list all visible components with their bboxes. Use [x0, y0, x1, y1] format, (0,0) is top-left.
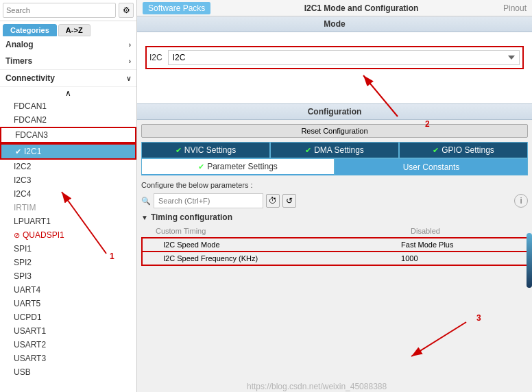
speed-freq-label: I2C Speed Frequency (KHz)	[142, 252, 397, 265]
search-icon: 🔍	[141, 197, 151, 206]
sidebar-item-usart1[interactable]: USART1	[0, 324, 136, 338]
i2c1-label: I2C1	[24, 147, 127, 156]
i2c4-label: I2C4	[14, 189, 128, 199]
usart2-label: USART2	[14, 340, 128, 350]
sidebar-item-spi2[interactable]: SPI2	[0, 256, 136, 269]
scroll-up-button[interactable]: ∧	[0, 86, 136, 99]
sidebar-item-irtim: IRTIM	[0, 201, 136, 215]
sidebar-item-i2c3[interactable]: I2C3	[0, 173, 136, 187]
table-row-speed-mode: I2C Speed Mode Fast Mode Plus	[142, 238, 527, 252]
user-constants-label: User Constants	[403, 162, 460, 172]
usart1-label: USART1	[14, 326, 128, 336]
dma-label: DMA Settings	[314, 145, 364, 155]
uart5-label: UART5	[14, 299, 128, 308]
main-title: I2C1 Mode and Configuration	[219, 3, 503, 13]
gpio-check-icon: ✔	[433, 146, 439, 155]
main-content: Software Packs I2C1 Mode and Configurati…	[137, 0, 532, 392]
tab-dma-settings[interactable]: ✔ DMA Settings	[270, 142, 399, 158]
sidebar-item-usb[interactable]: USB	[0, 365, 136, 379]
chevron-down-icon: ∨	[126, 75, 131, 82]
sidebar-item-i2c4[interactable]: I2C4	[0, 187, 136, 201]
right-scrollbar[interactable]	[527, 233, 532, 288]
timing-section: ▼ Timing configuration Custom Timing Dis…	[141, 212, 528, 266]
uart4-label: UART4	[14, 285, 128, 295]
fdcan3-label: FDCAN3	[15, 130, 127, 140]
tab-gpio-settings[interactable]: ✔ GPIO Settings	[399, 142, 528, 158]
sidebar-list: Analog › Timers › Connectivity ∨ ∧ FDCAN…	[0, 36, 136, 392]
config-search-input[interactable]	[154, 193, 263, 208]
tab-atoz[interactable]: A->Z	[58, 24, 90, 36]
category-connectivity[interactable]: Connectivity ∨	[0, 69, 136, 86]
sidebar-item-fdcan2[interactable]: FDCAN2	[0, 113, 136, 127]
sidebar-item-usart3[interactable]: USART3	[0, 352, 136, 365]
info-button[interactable]: i	[514, 194, 528, 208]
top-bar: Software Packs I2C1 Mode and Configurati…	[137, 0, 532, 16]
category-timers-label: Timers	[5, 56, 32, 66]
sidebar-item-lpuart1[interactable]: LPUART1	[0, 215, 136, 228]
clock-button[interactable]: ⏱	[266, 194, 280, 208]
gear-icon: ⚙	[123, 5, 130, 15]
pinout-button[interactable]: Pinout	[503, 3, 532, 13]
speed-mode-value: Fast Mode Plus	[397, 238, 527, 252]
gear-button[interactable]: ⚙	[119, 3, 134, 18]
config-search-row: 🔍 ⏱ ↺ i	[141, 193, 528, 208]
dma-check-icon: ✔	[305, 146, 311, 155]
sidebar-item-spi3[interactable]: SPI3	[0, 269, 136, 283]
tab-parameter-settings[interactable]: ✔ Parameter Settings	[141, 158, 335, 175]
quadspi1-label: QUADSPI1	[23, 230, 128, 240]
param-check-icon: ✔	[198, 162, 204, 171]
sidebar-item-usart2[interactable]: USART2	[0, 338, 136, 352]
software-packs-button[interactable]: Software Packs	[143, 2, 210, 14]
mode-panel-wrapper: I2C Disable I2C SMBus Alert mode SMBus T…	[137, 32, 532, 103]
usb-label: USB	[14, 367, 128, 377]
sidebar-item-uart4[interactable]: UART4	[0, 283, 136, 297]
tab-nvic-settings[interactable]: ✔ NVIC Settings	[141, 142, 270, 158]
irtim-label: IRTIM	[14, 203, 128, 212]
refresh-button[interactable]: ↺	[282, 194, 296, 208]
sidebar-search-bar: ⚙	[0, 0, 136, 21]
sidebar-item-uart5[interactable]: UART5	[0, 297, 136, 310]
lpuart1-label: LPUART1	[14, 217, 128, 226]
category-timers[interactable]: Timers ›	[0, 53, 136, 69]
timing-title: Timing configuration	[151, 212, 232, 222]
chevron-up-icon: ∧	[65, 88, 71, 98]
reset-configuration-button[interactable]: Reset Configuration	[141, 124, 528, 138]
category-analog-label: Analog	[5, 40, 34, 49]
tabs-row-1: ✔ NVIC Settings ✔ DMA Settings ✔ GPIO Se…	[141, 142, 528, 158]
info-icon: i	[520, 196, 522, 206]
sidebar-item-ucpd1[interactable]: UCPD1	[0, 310, 136, 324]
mode-row: I2C Disable I2C SMBus Alert mode SMBus T…	[145, 46, 524, 69]
nvic-label: NVIC Settings	[184, 145, 236, 155]
error-icon-quadspi1: ⊘	[14, 231, 20, 240]
custom-timing-label: Custom Timing	[142, 225, 397, 238]
sidebar: ⚙ Categories A->Z Analog › Timers › Conn…	[0, 0, 137, 392]
gpio-label: GPIO Settings	[442, 145, 494, 155]
tab-user-constants[interactable]: User Constants	[335, 158, 528, 175]
sidebar-search-input[interactable]	[3, 3, 116, 18]
timing-chevron-icon[interactable]: ▼	[141, 214, 148, 221]
sidebar-item-fdcan3[interactable]: FDCAN3	[0, 127, 136, 143]
spi3-label: SPI3	[14, 271, 128, 281]
param-label: Parameter Settings	[207, 162, 278, 171]
params-table: Custom Timing Disabled I2C Speed Mode Fa…	[141, 225, 528, 266]
sidebar-item-quadspi1[interactable]: ⊘ QUADSPI1	[0, 228, 136, 242]
sidebar-item-spi1[interactable]: SPI1	[0, 242, 136, 256]
top-bar-left: Software Packs	[137, 2, 219, 14]
sidebar-tabs: Categories A->Z	[0, 21, 136, 36]
mode-select[interactable]: Disable I2C SMBus Alert mode SMBus Two-W…	[168, 50, 520, 65]
spi1-label: SPI1	[14, 244, 128, 254]
nvic-check-icon: ✔	[176, 146, 182, 155]
sidebar-item-i2c2[interactable]: I2C2	[0, 160, 136, 173]
mode-panel-header: Mode	[137, 16, 532, 32]
sidebar-item-i2c1[interactable]: ✔ I2C1	[0, 143, 136, 160]
chevron-right-icon-2: ›	[129, 58, 131, 65]
tab-categories[interactable]: Categories	[3, 24, 57, 36]
sidebar-item-fdcan1[interactable]: FDCAN1	[0, 99, 136, 113]
usart3-label: USART3	[14, 354, 128, 363]
table-row-speed-freq: I2C Speed Frequency (KHz) 1000	[142, 252, 527, 265]
i2c2-label: I2C2	[14, 162, 128, 171]
software-packs-label: Software Packs	[148, 3, 205, 13]
speed-freq-value: 1000	[397, 252, 527, 265]
category-connectivity-label: Connectivity	[5, 73, 55, 83]
category-analog[interactable]: Analog ›	[0, 36, 136, 53]
